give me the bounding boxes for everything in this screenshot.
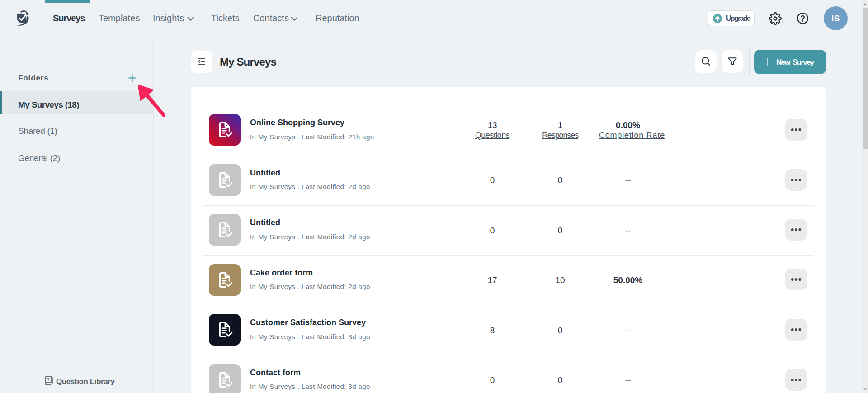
svg-text:?: ? [47,377,50,382]
